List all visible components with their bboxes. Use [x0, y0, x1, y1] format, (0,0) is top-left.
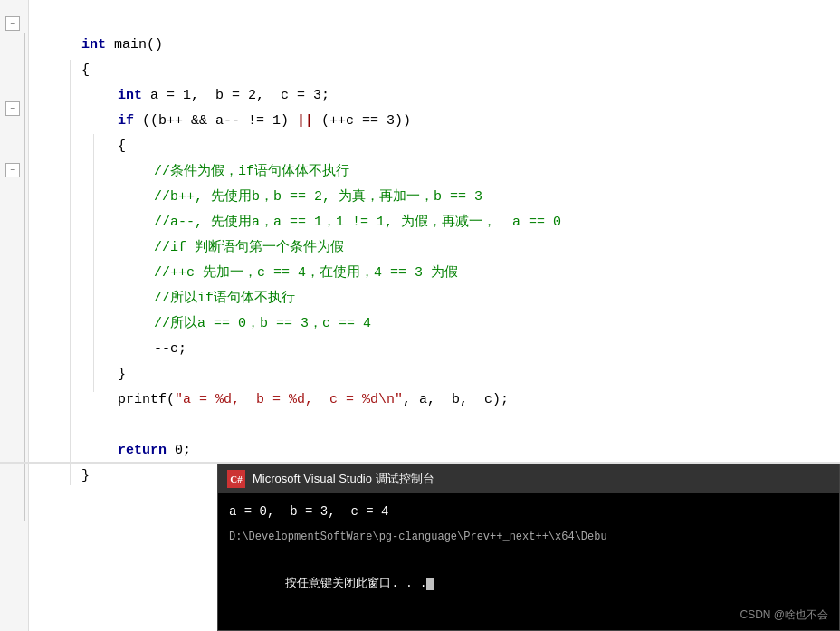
terminal-window: C# Microsoft Visual Studio 调试控制台 a = 0, … — [217, 464, 840, 631]
comment-2: //b++, 先使用b，b == 2, 为真，再加一，b == 3 — [154, 189, 482, 205]
comment-6: //所以if语句体不执行 — [154, 291, 295, 306]
code-text: 0; — [167, 443, 191, 458]
code-text: } — [81, 468, 90, 483]
code-line-15: printf("a = %d, b = %d, c = %d\n", a, b,… — [33, 362, 840, 387]
code-line-17: return 0; — [33, 413, 840, 438]
terminal-output-3: 按任意键关闭此窗口. . . — [229, 551, 828, 617]
string-literal: "a = %d, b = %d, c = %d\n" — [175, 392, 403, 407]
fold-marker-3[interactable]: − — [5, 163, 20, 177]
code-text: , a, b, c); — [403, 392, 509, 407]
comment-7: //所以a == 0，b == 3，c == 4 — [154, 316, 371, 331]
terminal-cursor — [426, 578, 434, 590]
code-text: (++c == 3)) — [313, 113, 411, 129]
comment-1: //条件为假，if语句体体不执行 — [154, 164, 349, 179]
fn-printf: printf — [118, 392, 167, 407]
code-text: { — [81, 62, 90, 78]
keyword-int: int — [81, 37, 106, 53]
terminal-body: a = 0, b = 3, c = 4 D:\DevelopmentSoftWa… — [218, 493, 839, 630]
fold-marker-2[interactable]: − — [5, 101, 20, 116]
editor-area: − − − int main() { int a = 1, b = 2, c =… — [0, 0, 840, 631]
fold-marker-1[interactable]: − — [5, 16, 20, 31]
terminal-app-icon: C# — [227, 470, 245, 488]
keyword-return: return — [118, 443, 167, 458]
code-text: } — [118, 367, 126, 382]
code-text: ( — [167, 392, 175, 407]
code-line-3: int a = 1, b = 2, c = 3; — [33, 58, 840, 83]
terminal-watermark: CSDN @啥也不会 — [740, 607, 828, 623]
code-line-6: //条件为假，if语句体体不执行 — [33, 134, 840, 159]
keyword-if: if — [118, 113, 134, 129]
code-text: { — [118, 139, 126, 154]
code-content: int main() { int a = 1, b = 2, c = 3; if… — [33, 7, 840, 464]
comment-3: //a--, 先使用a，a == 1，1 != 1, 为假，再减一， a == … — [154, 215, 561, 230]
code-text: a = 1, b = 2, c = 3; — [142, 88, 329, 103]
code-text: ((b++ && a-- != 1) — [134, 113, 297, 129]
code-text: main() — [106, 37, 163, 53]
comment-5: //++c 先加一，c == 4，在使用，4 == 3 为假 — [154, 265, 458, 281]
terminal-title: Microsoft Visual Studio 调试控制台 — [253, 471, 434, 487]
code-text: --c; — [154, 341, 186, 357]
terminal-output-1: a = 0, b = 3, c = 4 — [229, 501, 828, 522]
gutter-vline — [24, 33, 25, 521]
code-line-1: int main() — [33, 7, 840, 33]
comment-4: //if 判断语句第一个条件为假 — [154, 240, 344, 255]
terminal-output-2: D:\DevelopmentSoftWare\pg-clanguage\Prev… — [229, 526, 828, 548]
gutter: − − − — [0, 0, 29, 631]
keyword-int-2: int — [118, 88, 142, 103]
terminal-titlebar: C# Microsoft Visual Studio 调试控制台 — [218, 464, 839, 493]
